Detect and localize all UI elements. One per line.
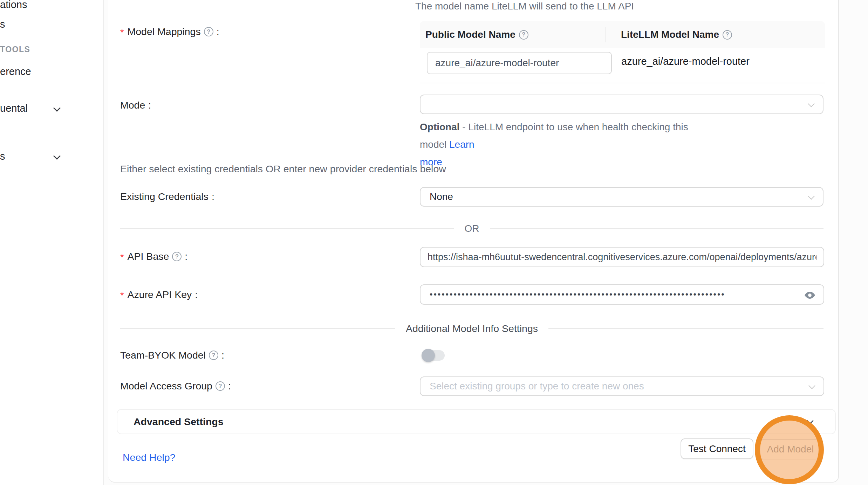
divider-line [120, 228, 454, 229]
test-connect-button[interactable]: Test Connect [681, 438, 753, 459]
litellm-model-name-value: azure_ai/azure-model-router [621, 48, 750, 74]
mode-select[interactable] [420, 95, 823, 114]
mode-help-text: Optional - LiteLLM endpoint to use when … [420, 118, 714, 171]
column-header-text: Public Model Name [425, 29, 515, 40]
colon: : [217, 26, 219, 37]
sidebar-section-tools: TOOLS [0, 45, 30, 54]
model-mappings-table: Public Model Name ? LiteLLM Model Name ?… [420, 21, 825, 83]
model-access-group-select[interactable]: Select existing groups or type to create… [420, 376, 824, 396]
model-mappings-table-header: Public Model Name ? LiteLLM Model Name ? [420, 21, 825, 48]
chevron-down-icon[interactable] [53, 104, 61, 112]
divider-line [490, 228, 824, 229]
page-background-strip [839, 0, 868, 485]
colon: : [185, 251, 187, 262]
api-base-label: * API Base ? : [120, 251, 187, 262]
colon: : [228, 380, 231, 392]
column-header-litellm-model-name: LiteLLM Model Name ? [606, 29, 732, 40]
model-mappings-label: * Model Mappings ? : [120, 26, 219, 37]
api-base-input[interactable] [420, 247, 824, 267]
model-mappings-label-text: Model Mappings [128, 26, 201, 37]
question-circle-icon[interactable]: ? [723, 30, 732, 40]
public-model-name-input[interactable] [427, 52, 612, 74]
model-access-group-label: Model Access Group ? : [120, 380, 231, 392]
existing-credentials-label: Existing Credentials : [120, 191, 214, 202]
add-model-button[interactable]: Add Model [759, 439, 822, 459]
sidebar-item-clipped-3[interactable]: erence [0, 66, 31, 77]
question-circle-icon[interactable]: ? [519, 30, 528, 40]
question-circle-icon[interactable]: ? [209, 351, 218, 360]
api-base-label-text: API Base [128, 251, 169, 262]
chevron-down-icon[interactable] [53, 152, 61, 160]
additional-model-info-divider: Additional Model Info Settings [120, 320, 823, 337]
colon: : [195, 289, 198, 300]
column-header-text: LiteLLM Model Name [621, 29, 719, 40]
existing-credentials-label-text: Existing Credentials [120, 191, 209, 202]
eye-icon[interactable] [804, 289, 816, 301]
add-model-page: ations s TOOLS erence uental s The model… [0, 0, 868, 485]
team-byok-toggle[interactable] [422, 350, 445, 361]
sidebar-item-clipped-5[interactable]: s [0, 151, 5, 162]
advanced-settings-title: Advanced Settings [134, 416, 224, 428]
team-byok-label: Team-BYOK Model ? : [120, 349, 224, 361]
toggle-knob [422, 349, 435, 362]
chevron-down-icon [808, 193, 815, 200]
sidebar: ations s TOOLS erence uental s [0, 0, 104, 485]
team-byok-label-text: Team-BYOK Model [120, 349, 206, 361]
question-circle-icon[interactable]: ? [172, 252, 182, 261]
mode-label: Mode : [120, 99, 151, 111]
mode-label-text: Mode [120, 99, 145, 111]
sidebar-item-clipped-2[interactable]: s [0, 19, 5, 30]
divider-line [120, 328, 395, 329]
divider-line [548, 328, 823, 329]
sidebar-item-clipped-1[interactable]: ations [0, 0, 27, 11]
column-header-public-model-name: Public Model Name ? [420, 27, 606, 42]
existing-credentials-select[interactable]: None [420, 187, 823, 207]
azure-api-key-input[interactable]: ••••••••••••••••••••••••••••••••••••••••… [420, 284, 824, 305]
additional-model-info-divider-text: Additional Model Info Settings [395, 323, 548, 334]
question-circle-icon[interactable]: ? [204, 27, 213, 36]
colon: : [221, 349, 224, 361]
model-access-group-label-text: Model Access Group [120, 380, 212, 392]
sidebar-item-clipped-4[interactable]: uental [0, 103, 28, 114]
or-divider-text: OR [454, 223, 490, 234]
litellm-model-name-note: The model name LiteLLM will send to the … [415, 1, 634, 12]
chevron-down-icon [808, 100, 815, 107]
credentials-note: Either select existing credentials OR en… [120, 163, 446, 175]
required-asterisk: * [120, 290, 124, 301]
existing-credentials-value: None [430, 191, 453, 202]
or-divider: OR [120, 221, 823, 237]
chevron-down-icon [808, 382, 815, 389]
model-mappings-table-row: azure_ai/azure-model-router [420, 48, 825, 83]
model-access-group-placeholder: Select existing groups or type to create… [430, 381, 644, 392]
mode-help-bold: Optional [420, 122, 460, 132]
required-asterisk: * [120, 252, 124, 263]
need-help-link[interactable]: Need Help? [123, 452, 176, 463]
chevron-down-icon[interactable] [807, 417, 814, 424]
masked-api-key-value: ••••••••••••••••••••••••••••••••••••••••… [430, 290, 784, 299]
azure-api-key-label-text: Azure API Key [128, 289, 192, 300]
question-circle-icon[interactable]: ? [216, 381, 225, 391]
colon: : [212, 191, 214, 202]
azure-api-key-label: * Azure API Key : [120, 289, 198, 300]
learn-more-line1[interactable]: Learn [449, 139, 474, 150]
required-asterisk: * [120, 27, 124, 38]
advanced-settings-panel[interactable]: Advanced Settings [117, 409, 836, 434]
colon: : [148, 99, 151, 111]
